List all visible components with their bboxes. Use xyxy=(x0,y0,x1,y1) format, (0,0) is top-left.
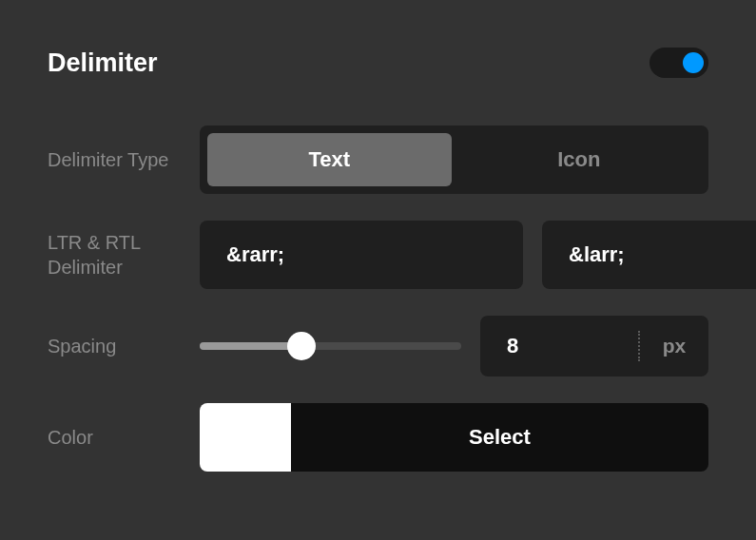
spacing-unit[interactable]: px xyxy=(640,335,708,357)
delimiter-type-segmented: Text Icon xyxy=(200,125,708,194)
spacing-slider[interactable] xyxy=(200,331,461,361)
delimiter-type-label: Delimiter Type xyxy=(48,147,200,172)
color-label: Color xyxy=(48,425,200,450)
toggle-knob xyxy=(683,52,704,73)
color-select-button[interactable]: Select xyxy=(291,403,708,472)
color-swatch[interactable] xyxy=(200,403,291,472)
rtl-delimiter-input[interactable] xyxy=(542,221,756,289)
spacing-number-input[interactable]: 8 px xyxy=(480,316,708,376)
segment-text[interactable]: Text xyxy=(207,133,452,186)
ltr-rtl-label: LTR & RTL Delimiter xyxy=(48,230,200,280)
spacing-label: Spacing xyxy=(48,334,200,358)
segment-icon[interactable]: Icon xyxy=(457,133,702,186)
spacing-value: 8 xyxy=(480,334,638,358)
delimiter-toggle[interactable] xyxy=(649,48,708,78)
section-title: Delimiter xyxy=(48,48,158,78)
ltr-delimiter-input[interactable] xyxy=(200,221,523,289)
slider-thumb[interactable] xyxy=(287,332,316,360)
